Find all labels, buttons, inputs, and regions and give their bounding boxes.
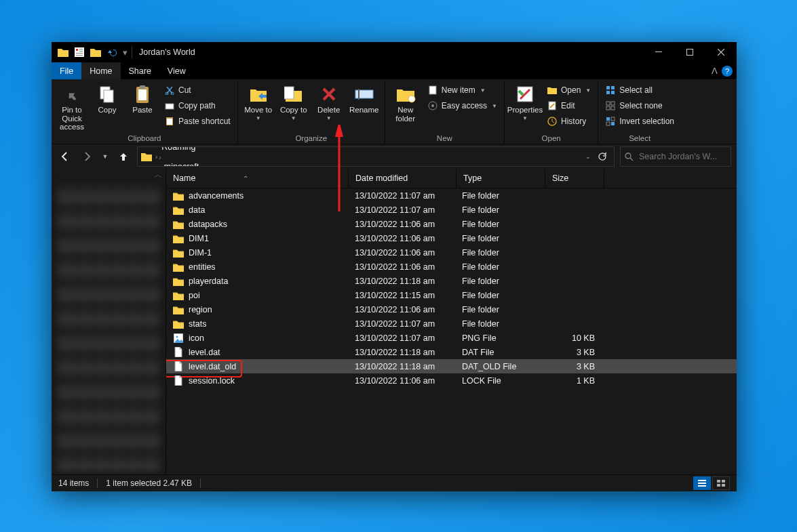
easy-access-button[interactable]: Easy access▼ [425,98,500,113]
svg-rect-2 [79,49,83,49]
file-date: 13/10/2022 11:15 am [348,291,455,300]
file-row[interactable]: DIM-113/10/2022 11:06 amFile folder [166,245,737,260]
file-row[interactable]: icon13/10/2022 11:07 amPNG File10 KB [166,331,737,345]
nav-up-button[interactable] [115,148,132,165]
copy-to-button[interactable]: Copy to ▼ [277,81,310,121]
address-bar[interactable]: › Jordan Jamieson-Mane›AppData›Roaming›.… [137,146,615,167]
open-button[interactable]: Open▼ [544,83,594,98]
svg-rect-12 [140,85,145,89]
qat-dropdown-icon[interactable]: ▾ [121,45,129,60]
svg-rect-46 [717,480,720,483]
folder-icon [173,219,184,230]
col-header-date[interactable]: Date modified [349,169,456,188]
columns-header: Name⌃ Date modified Type Size [166,169,737,188]
paste-shortcut-button[interactable]: Paste shortcut [161,114,233,129]
file-row[interactable]: region13/10/2022 11:06 amFile folder [166,302,737,316]
copy-path-icon [164,100,175,111]
copy-path-button[interactable]: Copy path [161,98,233,113]
file-row[interactable]: poi13/10/2022 11:15 amFile folder [166,288,737,302]
invert-selection-button[interactable]: Invert selection [602,114,677,129]
delete-button[interactable]: Delete ▼ [313,81,345,121]
file-name: DIM1 [189,234,209,243]
file-date: 13/10/2022 11:06 am [348,376,455,386]
col-header-type[interactable]: Type [456,169,545,188]
tab-home[interactable]: Home [81,62,120,79]
file-type: File folder [455,220,543,229]
copy-button[interactable]: Copy [91,81,123,115]
new-folder-button[interactable]: New folder [389,81,422,123]
svg-rect-22 [429,86,436,94]
close-button[interactable] [705,42,737,62]
help-icon[interactable]: ? [722,66,733,77]
select-none-button[interactable]: Select none [602,98,677,113]
easy-access-icon [427,100,438,111]
file-row[interactable]: session.lock13/10/2022 11:06 amLOCK File… [166,373,737,388]
search-input[interactable] [638,151,726,162]
history-button[interactable]: History [544,114,594,129]
file-row[interactable]: DIM113/10/2022 11:06 amFile folder [166,231,737,245]
nav-pane[interactable]: ︿ [52,169,166,474]
minimize-button[interactable] [643,42,674,62]
qat-properties-icon[interactable] [72,45,87,60]
tab-share[interactable]: Share [121,62,159,79]
new-item-button[interactable]: New item▼ [425,83,500,98]
properties-button[interactable]: Properties ▼ [509,81,541,121]
search-box[interactable] [620,146,731,167]
paste-button[interactable]: Paste [126,81,159,115]
move-to-button[interactable]: Move to ▼ [242,81,275,121]
file-row[interactable]: datapacks13/10/2022 11:06 amFile folder [166,217,737,231]
nav-recent-dropdown[interactable]: ▼ [100,148,110,165]
ribbon-collapse-icon[interactable]: ᐱ [712,66,718,76]
sidebar-scroll-up[interactable]: ︿ [52,169,166,181]
chevron-right-icon[interactable]: › [159,154,161,161]
file-type: PNG File [455,333,543,343]
col-header-name[interactable]: Name⌃ [166,169,349,188]
file-row[interactable]: level.dat_old13/10/2022 11:18 amDAT_OLD … [166,359,737,373]
rename-button[interactable]: Rename [348,81,381,115]
maximize-button[interactable] [674,42,705,62]
file-type: File folder [455,305,543,314]
breadcrumb[interactable]: .minecraft [159,162,253,167]
svg-rect-1 [76,49,78,51]
svg-rect-35 [611,106,615,110]
addr-chevron-icon[interactable]: › [155,153,157,161]
file-row[interactable]: playerdata13/10/2022 11:18 amFile folder [166,274,737,288]
cut-button[interactable]: Cut [161,83,233,98]
tab-file[interactable]: File [52,62,81,79]
breadcrumb[interactable]: Roaming [159,146,253,152]
svg-rect-39 [611,122,615,125]
qat-new-folder-icon[interactable] [88,45,103,60]
ribbon-group-new: New folder New item▼ Easy access▼ New [385,80,505,144]
titlebar: ▾ Jordan's World [52,42,737,62]
svg-rect-3 [79,51,83,52]
nav-forward-button[interactable] [79,148,95,165]
select-all-icon [605,85,616,96]
file-row[interactable]: stats13/10/2022 11:07 amFile folder [166,316,737,331]
file-row[interactable]: data13/10/2022 11:07 amFile folder [166,203,737,217]
file-row[interactable]: entities13/10/2022 11:06 amFile folder [166,260,737,274]
qat-undo-icon[interactable] [104,45,119,60]
new-folder-icon [395,84,416,104]
view-details-button[interactable] [693,476,711,490]
file-size: 3 KB [543,348,602,357]
file-row[interactable]: advancements13/10/2022 11:07 amFile fold… [166,188,737,203]
col-header-size[interactable]: Size [545,169,604,188]
select-all-button[interactable]: Select all [602,83,677,98]
move-to-icon [248,84,269,104]
status-selection: 1 item selected 2.47 KB [106,478,192,488]
view-large-icons-button[interactable] [712,476,730,490]
file-type: File folder [455,319,543,329]
nav-back-button[interactable] [57,148,73,165]
refresh-button[interactable] [598,152,607,161]
svg-rect-6 [655,52,662,52]
tab-view[interactable]: View [159,62,194,79]
file-date: 13/10/2022 11:06 am [348,248,455,258]
ribbon-group-organize: Move to ▼ Copy to ▼ Delete ▼ Rename [238,80,385,144]
navbar: ▼ › Jordan Jamieson-Mane›AppData›Roaming… [52,144,737,169]
file-type: DAT File [455,348,543,357]
file-row[interactable]: level.dat13/10/2022 11:18 amDAT File3 KB [166,345,737,359]
svg-rect-15 [166,104,174,109]
addr-dropdown-icon[interactable]: ⌄ [585,153,591,160]
pin-to-quick-access-button[interactable]: Pin to Quick access [56,81,88,131]
edit-button[interactable]: Edit [544,98,594,113]
